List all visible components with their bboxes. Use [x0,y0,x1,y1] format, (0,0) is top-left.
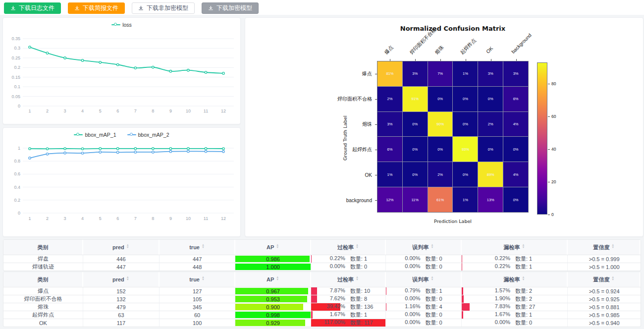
matrix-cell[interactable]: 13% [478,187,503,212]
matrix-cell[interactable]: 0% [453,112,478,137]
matrix-cell[interactable]: 1% [377,162,402,187]
data-point[interactable] [222,148,224,150]
matrix-cell[interactable]: 3% [377,112,402,137]
data-point[interactable] [187,150,189,152]
map-chart[interactable]: 00.20.40.60.81123456789101112 [3,128,241,238]
data-point[interactable] [134,67,136,69]
sort-caret-icon[interactable]: ▲▼ [356,245,359,250]
data-point[interactable] [205,150,207,152]
data-point[interactable] [117,151,119,153]
column-header-pred[interactable]: pred▲▼ [83,240,160,255]
sort-caret-icon[interactable]: ▲▼ [522,245,525,250]
data-point[interactable] [152,151,154,153]
loss-chart[interactable]: 00.050.10.150.20.250.30.3512345678910111… [3,18,241,125]
download-button-2[interactable]: 下载简报文件 [68,2,125,14]
matrix-cell[interactable]: 90% [428,112,453,137]
matrix-cell[interactable]: 0% [403,162,428,187]
sort-caret-icon[interactable]: ▲▼ [431,245,434,250]
matrix-cell[interactable]: 91% [403,87,428,111]
matrix-cell[interactable]: 0% [478,87,503,111]
matrix-cell[interactable]: 0% [453,87,478,111]
column-header-misjudge[interactable]: 误判率▲▼ [386,240,462,255]
data-point[interactable] [99,151,101,153]
column-header-miss[interactable]: 漏检率▲▼ [462,272,568,287]
matrix-cell[interactable]: 6% [377,137,402,162]
data-point[interactable] [134,148,136,150]
matrix-cell[interactable]: 0% [503,187,528,212]
data-point[interactable] [29,148,31,150]
matrix-cell[interactable]: 2% [478,112,503,137]
matrix-cell[interactable]: 2% [377,87,402,111]
data-point[interactable] [222,151,224,153]
sort-caret-icon[interactable]: ▲▼ [276,245,279,250]
download-button-4[interactable]: 下载加密模型 [202,2,259,14]
data-point[interactable] [64,57,66,59]
data-point[interactable] [117,63,119,65]
matrix-cell[interactable]: 0% [503,137,528,162]
data-point[interactable] [117,148,119,150]
matrix-cell[interactable]: 7% [428,61,453,86]
column-header-pred[interactable]: pred▲▼ [83,272,160,287]
data-point[interactable] [64,148,66,150]
matrix-cell[interactable]: 0% [428,137,453,162]
data-point[interactable] [29,157,31,159]
matrix-cell[interactable]: 3% [403,61,428,86]
sort-caret-icon[interactable]: ▲▼ [276,277,279,282]
data-point[interactable] [152,66,154,68]
data-point[interactable] [169,148,171,150]
sort-caret-icon[interactable]: ▲▼ [356,277,359,282]
sort-caret-icon[interactable]: ▲▼ [126,245,129,250]
data-point[interactable] [134,151,136,153]
data-point[interactable] [81,59,83,61]
data-point[interactable] [46,52,48,54]
matrix-cell[interactable]: 0% [403,112,428,137]
data-point[interactable] [205,71,207,73]
data-point[interactable] [205,148,207,150]
sort-caret-icon[interactable]: ▲▼ [522,277,525,282]
data-point[interactable] [29,46,31,48]
data-point[interactable] [64,152,66,154]
matrix-cell[interactable]: 4% [503,112,528,137]
column-header-confidence[interactable]: 置信度▲▼ [568,240,641,255]
matrix-cell[interactable]: 61% [428,187,453,212]
data-point[interactable] [99,61,101,63]
matrix-cell[interactable]: 3% [478,61,503,86]
data-point[interactable] [187,69,189,71]
matrix-cell[interactable]: 93% [453,137,478,162]
data-point[interactable] [99,148,101,150]
matrix-cell[interactable]: 0% [428,87,453,111]
sort-caret-icon[interactable]: ▲▼ [611,245,614,250]
download-button-1[interactable]: 下载日志文件 [4,2,61,14]
data-point[interactable] [222,72,224,74]
data-point[interactable] [81,148,83,150]
sort-caret-icon[interactable]: ▲▼ [431,277,434,282]
matrix-cell[interactable]: 6% [503,87,528,111]
matrix-cell[interactable]: 81% [377,61,402,86]
data-point[interactable] [152,148,154,150]
sort-caret-icon[interactable]: ▲▼ [202,277,205,282]
matrix-cell[interactable]: 0% [453,162,478,187]
matrix-cell[interactable]: 4% [503,162,528,187]
column-header-ap[interactable]: AP▲▼ [235,240,311,255]
column-header-true[interactable]: true▲▼ [160,272,235,287]
data-point[interactable] [46,148,48,150]
column-header-misjudge[interactable]: 误判率▲▼ [386,272,462,287]
data-point[interactable] [169,70,171,72]
data-point[interactable] [169,151,171,153]
matrix-cell[interactable]: 1% [453,61,478,86]
matrix-cell[interactable]: 0% [478,137,503,162]
column-header-true[interactable]: true▲▼ [160,240,235,255]
matrix-cell[interactable]: 1% [453,187,478,212]
sort-caret-icon[interactable]: ▲▼ [126,277,129,282]
matrix-cell[interactable]: 89% [478,162,503,187]
matrix-cell[interactable]: 11% [403,187,428,212]
matrix-cell[interactable]: 3% [503,61,528,86]
download-button-3[interactable]: 下载非加密模型 [132,2,195,14]
matrix-cell[interactable]: 0% [403,137,428,162]
data-point[interactable] [81,152,83,154]
sort-caret-icon[interactable]: ▲▼ [202,245,205,250]
sort-caret-icon[interactable]: ▲▼ [611,277,614,282]
column-header-overdetect[interactable]: 过检率▲▼ [311,240,385,255]
column-header-miss[interactable]: 漏检率▲▼ [462,240,568,255]
column-header-ap[interactable]: AP▲▼ [235,272,311,287]
